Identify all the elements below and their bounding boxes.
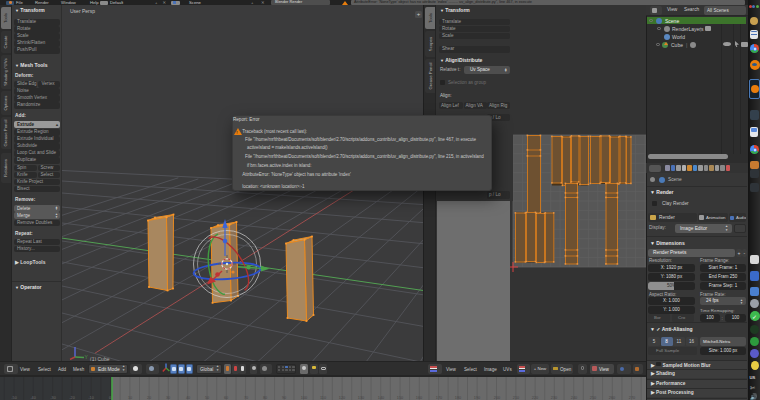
svg-text:160: 160 — [416, 396, 422, 400]
svg-text:130: 130 — [358, 396, 364, 400]
svg-text:50: 50 — [205, 396, 209, 400]
svg-text:-10: -10 — [88, 396, 94, 400]
svg-text:-30: -30 — [50, 396, 56, 400]
svg-text:20: 20 — [147, 396, 151, 400]
svg-text:270: 270 — [629, 396, 635, 400]
svg-text:170: 170 — [436, 396, 442, 400]
svg-text:140: 140 — [378, 396, 384, 400]
svg-text:90: 90 — [282, 396, 286, 400]
svg-text:10: 10 — [128, 396, 132, 400]
svg-text:40: 40 — [186, 396, 190, 400]
svg-text:110: 110 — [320, 396, 326, 400]
svg-text:100: 100 — [301, 396, 307, 400]
svg-text:70: 70 — [244, 396, 248, 400]
svg-text:-20: -20 — [69, 396, 75, 400]
svg-text:-40: -40 — [30, 396, 36, 400]
svg-text:250: 250 — [590, 396, 596, 400]
svg-text:200: 200 — [494, 396, 500, 400]
svg-text:Y: Y — [85, 354, 89, 360]
svg-text:30: 30 — [166, 396, 170, 400]
svg-text:210: 210 — [513, 396, 519, 400]
svg-text:240: 240 — [571, 396, 577, 400]
svg-text:0: 0 — [109, 396, 111, 400]
svg-text:80: 80 — [263, 396, 267, 400]
svg-text:60: 60 — [224, 396, 228, 400]
svg-text:190: 190 — [474, 396, 480, 400]
svg-text:260: 260 — [609, 396, 615, 400]
svg-text:220: 220 — [532, 396, 538, 400]
svg-text:150: 150 — [397, 396, 403, 400]
svg-text:230: 230 — [551, 396, 557, 400]
svg-text:120: 120 — [339, 396, 345, 400]
svg-text:-50: -50 — [11, 396, 17, 400]
svg-text:180: 180 — [455, 396, 461, 400]
